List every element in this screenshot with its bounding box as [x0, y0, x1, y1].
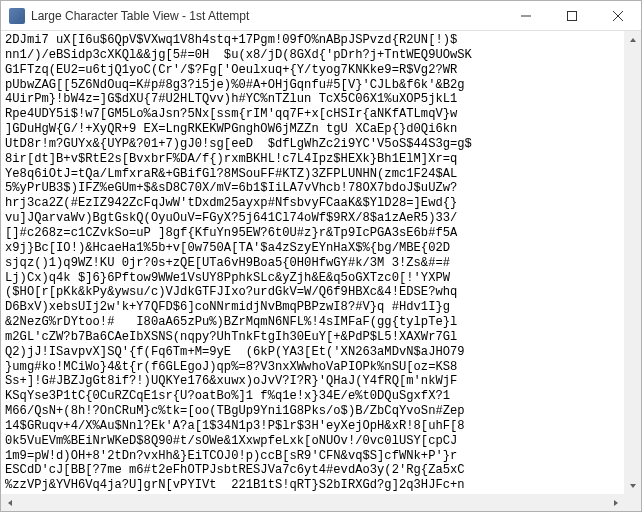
- minimize-button[interactable]: [503, 1, 549, 31]
- horizontal-scrollbar[interactable]: [1, 494, 624, 511]
- svg-rect-1: [568, 11, 577, 20]
- scroll-down-button[interactable]: [624, 477, 641, 494]
- svg-rect-0: [521, 15, 531, 16]
- app-window: Large Character Table View - 1st Attempt…: [0, 0, 642, 512]
- vertical-scroll-track[interactable]: [624, 48, 641, 477]
- app-icon: [9, 8, 25, 24]
- client-area: 2DJmi7 uX[I6u$6QpV$VXwq1V8h4stq+17Pgm!09…: [1, 31, 641, 511]
- title-bar[interactable]: Large Character Table View - 1st Attempt: [1, 1, 641, 31]
- close-button[interactable]: [595, 1, 641, 31]
- maximize-button[interactable]: [549, 1, 595, 31]
- horizontal-scroll-track[interactable]: [18, 494, 607, 511]
- scroll-right-button[interactable]: [607, 494, 624, 511]
- scroll-left-button[interactable]: [1, 494, 18, 511]
- vertical-scrollbar[interactable]: [624, 31, 641, 494]
- window-title: Large Character Table View - 1st Attempt: [31, 9, 249, 23]
- scrollbar-corner: [624, 494, 641, 511]
- character-table-text: 2DJmi7 uX[I6u$6QpV$VXwq1V8h4stq+17Pgm!09…: [5, 33, 641, 511]
- scroll-up-button[interactable]: [624, 31, 641, 48]
